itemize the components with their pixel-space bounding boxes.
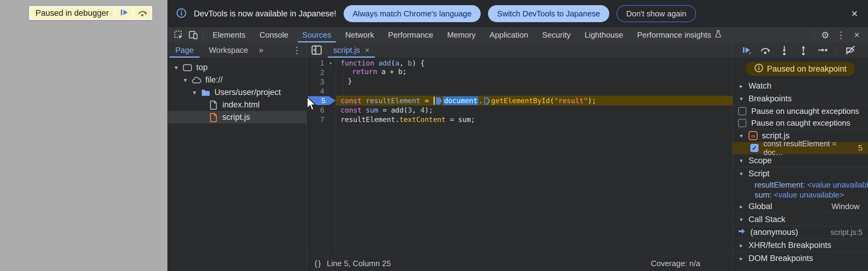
scope-script-group[interactable]: ▾ Script [733,167,868,180]
tab-memory[interactable]: Memory [440,27,483,42]
tab-lighthouse[interactable]: Lighthouse [578,27,630,42]
tree-item-index-html[interactable]: index.html [168,99,306,111]
infobar-close-icon[interactable]: × [851,8,858,19]
match-chrome-language-button[interactable]: Always match Chrome's language [344,5,481,22]
step-over-icon[interactable] [760,44,771,56]
more-options-kebab-icon[interactable]: ⋮ [833,30,848,40]
checkbox-unchecked[interactable] [738,107,746,115]
evaluated-expression-highlight[interactable]: document [443,96,478,105]
devtools-close-icon[interactable]: × [849,30,864,39]
tree-item-script-js[interactable]: script.js [168,111,306,123]
section-call-stack[interactable]: ▾ Call Stack [733,213,868,226]
close-tab-icon[interactable]: × [365,46,369,54]
editor-tabbar: script.js × [307,42,733,58]
code-editor[interactable]: 1 ▾ function add(a, b) { 2 return a + b;… [307,58,733,256]
toolbar-separator [203,30,203,40]
tab-application[interactable]: Application [483,27,535,42]
settings-gear-icon[interactable]: ⚙ [818,30,833,40]
tab-sources[interactable]: Sources [296,27,338,42]
hide-navigator-icon[interactable] [307,42,327,58]
section-breakpoints[interactable]: ▾ Breakpoints [733,92,868,105]
device-toolbar-icon[interactable] [186,27,200,42]
resume-script-button[interactable] [115,7,133,19]
tab-network[interactable]: Network [338,27,381,42]
collapsed-arrow-icon: ▸ [736,83,746,90]
collapsed-arrow-icon: ▸ [736,242,746,249]
code-line-1: 1 ▾ function add(a, b) { [307,58,733,68]
section-watch[interactable]: ▸ Watch [733,80,868,92]
step-over-icon [137,7,148,19]
tab-page[interactable]: Page [168,42,202,58]
tab-security[interactable]: Security [535,27,578,42]
toolbar-separator [836,46,836,55]
switch-devtools-japanese-button[interactable]: Switch DevTools to Japanese [488,5,609,22]
cursor-position-label: Line 5, Column 25 [327,259,391,268]
line-number[interactable]: 7 [307,115,336,124]
dont-show-again-button[interactable]: Don't show again [617,5,696,22]
pretty-print-icon[interactable]: { } [314,259,320,268]
line-number[interactable]: 6 [307,106,336,114]
debugger-sidebar: Paused on breakpoint ▸ Watch ▾ Breakpoin… [733,42,868,271]
inspect-element-icon[interactable] [172,27,186,42]
paused-in-debugger-banner: Paused in debugger [29,6,152,20]
file-tree: ▾ top ▾ file:// ▾ [168,58,306,123]
experiment-flask-icon [714,29,722,41]
paused-banner-label-segment: Paused in debugger [30,7,114,19]
section-dom-breakpoints[interactable]: ▸ DOM Breakpoints [733,252,868,265]
scope-variable-row: resultElement: <value unavailable> [733,180,868,190]
line-number[interactable]: 4 [307,87,336,96]
section-scope[interactable]: ▾ Scope [733,154,868,167]
indent-guide [343,87,344,96]
editor-pane: script.js × 1 ▾ function add(a, b) { 2 r… [307,42,733,271]
line-number[interactable]: 2 [307,68,336,77]
pause-caught-exceptions-row[interactable]: Pause on caught exceptions [733,117,868,129]
expanded-arrow-icon: ▾ [181,77,190,84]
frame-location: script.js:5 [830,228,863,237]
checkbox-unchecked[interactable] [738,119,746,127]
tab-elements[interactable]: Elements [206,27,252,42]
navigator-kebab-icon[interactable]: ⋮ [292,45,306,56]
expanded-arrow-icon: ▾ [736,157,746,164]
pause-uncaught-exceptions-row[interactable]: Pause on uncaught exceptions [733,105,868,117]
continue-to-here-marker[interactable] [436,97,442,105]
navigator-pane: Page Workspace » ⋮ ▾ top ▾ [168,42,307,271]
step-over-button[interactable] [134,7,151,19]
resume-script-icon[interactable] [741,45,751,55]
step-icon[interactable] [817,44,828,56]
section-xhr-breakpoints[interactable]: ▸ XHR/fetch Breakpoints [733,239,868,251]
checkbox-checked[interactable]: ✓ [750,144,758,152]
tree-item-top[interactable]: ▾ top [168,61,306,74]
coverage-label: Coverage: n/a [651,259,724,268]
call-stack-frame-row[interactable]: (anonymous) script.js:5 [733,226,868,239]
line-number[interactable]: 3 [307,78,336,86]
continue-to-here-marker[interactable] [484,97,490,105]
fold-arrow-icon[interactable]: ▾ [329,60,332,66]
step-out-icon[interactable] [798,44,809,56]
collapsed-arrow-icon: ▸ [736,255,746,262]
step-into-icon[interactable] [779,44,790,56]
deactivate-breakpoints-icon[interactable] [845,44,856,56]
execution-line-marker[interactable]: 5 [307,96,336,105]
tree-item-project-folder[interactable]: ▾ Users/user/project [168,86,306,99]
js-file-icon [207,113,220,122]
sources-panel: Page Workspace » ⋮ ▾ top ▾ [168,42,868,271]
editor-statusbar: { } Line 5, Column 25 Coverage: n/a [307,256,733,271]
breakpoint-entry-row[interactable]: ✓ const resultElement = doc… 5 [733,142,868,154]
more-tabs-chevron-icon[interactable]: » [256,45,267,55]
expanded-arrow-icon: ▾ [190,89,199,96]
tab-performance-insights[interactable]: Performance insights [630,27,729,42]
expanded-arrow-icon: ▾ [736,170,746,177]
expanded-arrow-icon: ▾ [736,95,746,102]
navigator-tabbar: Page Workspace » ⋮ [168,42,306,58]
resume-icon [119,8,129,19]
editor-tab-script-js[interactable]: script.js × [327,42,376,58]
tab-performance[interactable]: Performance [381,27,440,42]
tab-console[interactable]: Console [252,27,295,42]
scope-global-group[interactable]: ▸ Global Window [733,200,868,213]
tab-workspace[interactable]: Workspace [202,42,256,58]
toolbar-right-controls: ⚙ ⋮ × [812,30,868,40]
expanded-arrow-icon: ▾ [736,132,746,139]
tree-item-file-scheme[interactable]: ▾ file:// [168,74,306,86]
language-infobar: DevTools is now available in Japanese! A… [168,0,868,27]
devtools-window: DevTools is now available in Japanese! A… [167,0,868,271]
